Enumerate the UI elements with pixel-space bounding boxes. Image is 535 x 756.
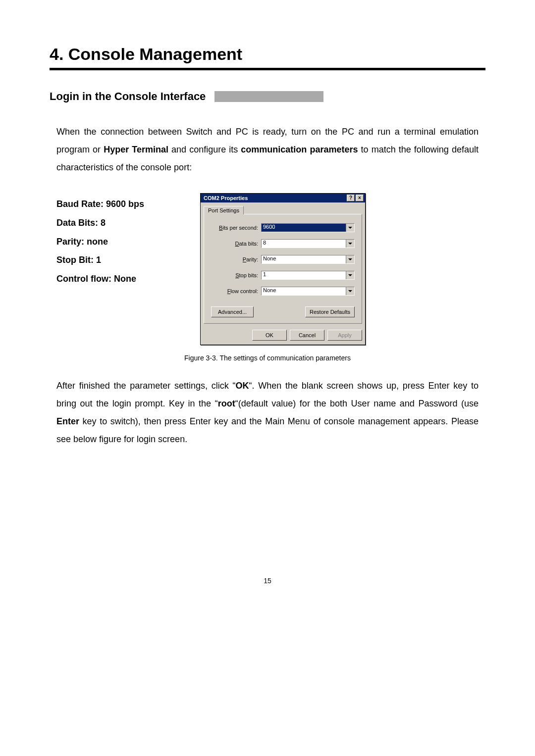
intro-text-2: and configure its <box>168 145 241 154</box>
intro-bold-1: Hyper Terminal <box>104 145 168 154</box>
label-parity: Parity: <box>211 256 261 262</box>
chapter-title: 4. Console Management <box>50 45 485 64</box>
after-text-3: “(default value) for the both User name … <box>235 399 479 408</box>
dialog-titlebar[interactable]: COM2 Properties ? × <box>201 194 365 202</box>
intro-bold-2: communication parameters <box>241 145 358 154</box>
combo-stop-value: 1 <box>262 271 346 279</box>
tab-port-settings[interactable]: Port Settings <box>204 206 244 214</box>
combo-bps[interactable]: 9600 <box>261 223 355 232</box>
figure-caption: Figure 3-3. The settings of communicatio… <box>50 354 485 362</box>
combo-flow-value: None <box>262 287 346 295</box>
chevron-down-icon[interactable] <box>346 240 354 248</box>
label-stop-bits: Stop bits: <box>211 272 261 278</box>
param-baud: Baud Rate: 9600 bps <box>56 195 185 214</box>
after-text-4: key to switch), then press Enter key and… <box>56 416 479 444</box>
combo-data-value: 8 <box>262 240 346 248</box>
after-text-1: After finished the parameter settings, c… <box>56 381 236 391</box>
label-flow-control: Flow control: <box>211 288 261 294</box>
combo-bps-value: 9600 <box>262 224 346 232</box>
param-parity: Parity: none <box>56 233 185 252</box>
page-number: 15 <box>50 577 485 585</box>
ok-button[interactable]: OK <box>252 330 287 341</box>
after-bold-root: root <box>218 399 235 408</box>
param-stop: Stop Bit: 1 <box>56 251 185 270</box>
advanced-button[interactable]: Advanced... <box>211 306 254 317</box>
section-title: Login in the Console Interface <box>50 90 206 103</box>
tab-panel: Bits per second: 9600 Data bits: 8 Parit… <box>204 214 362 324</box>
intro-paragraph: When the connection between Switch and P… <box>56 123 479 176</box>
help-button[interactable]: ? <box>347 195 355 202</box>
chevron-down-icon[interactable] <box>346 271 354 279</box>
after-bold-enter: Enter <box>56 416 79 426</box>
parameter-list: Baud Rate: 9600 bps Data Bits: 8 Parity:… <box>56 193 185 289</box>
after-paragraph: After finished the parameter settings, c… <box>56 377 479 448</box>
label-bps: Bits per second: <box>211 225 261 231</box>
after-bold-ok: OK <box>236 381 249 391</box>
chevron-down-icon[interactable] <box>346 287 354 295</box>
section-accent-bar <box>214 91 323 102</box>
cancel-button[interactable]: Cancel <box>290 330 324 341</box>
apply-button[interactable]: Apply <box>327 330 362 341</box>
chevron-down-icon[interactable] <box>346 255 354 263</box>
combo-parity-value: None <box>262 255 346 263</box>
param-flow: Control flow: None <box>56 270 185 289</box>
combo-stop-bits[interactable]: 1 <box>261 271 355 280</box>
chevron-down-icon[interactable] <box>346 224 354 232</box>
close-button[interactable]: × <box>356 195 364 202</box>
section-header: Login in the Console Interface <box>50 90 485 103</box>
combo-parity[interactable]: None <box>261 255 355 264</box>
chapter-rule <box>50 68 485 70</box>
dialog-title: COM2 Properties <box>204 195 248 201</box>
restore-defaults-button[interactable]: Restore Defaults <box>305 306 355 317</box>
param-data: Data Bits: 8 <box>56 214 185 233</box>
label-data-bits: Data bits: <box>211 241 261 247</box>
combo-flow-control[interactable]: None <box>261 287 355 296</box>
com-properties-dialog: COM2 Properties ? × Port Settings Bits p… <box>200 193 366 345</box>
combo-data-bits[interactable]: 8 <box>261 239 355 248</box>
